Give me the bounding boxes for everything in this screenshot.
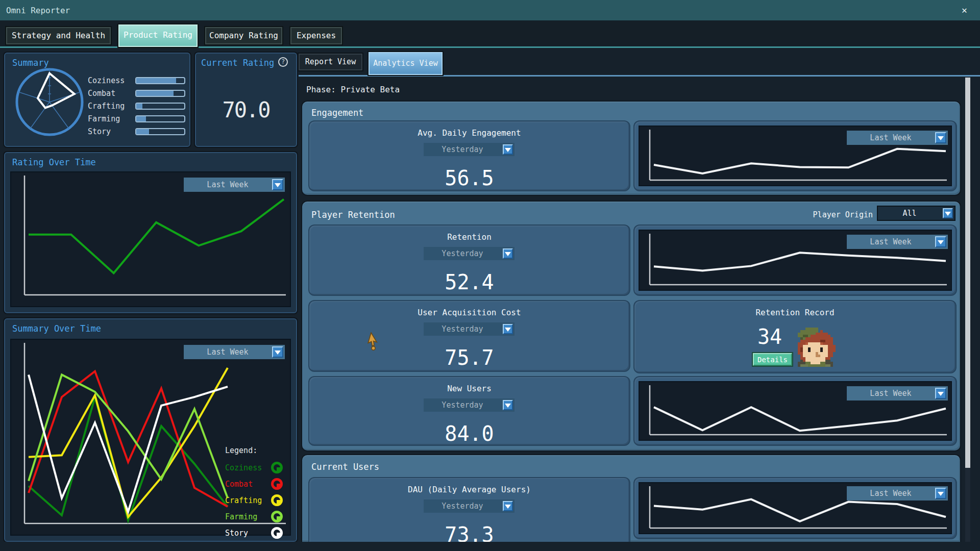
tab-report-view[interactable]: Report View (299, 54, 362, 70)
period-value: Yesterday (424, 143, 501, 156)
period-value: Yesterday (424, 499, 501, 513)
dropdown-arrow-button[interactable] (272, 179, 283, 190)
avg-daily-engagement-card: Avg. Daily Engagement Yesterday 56.5 (309, 121, 629, 190)
summary-metric-label: Crafting (88, 102, 125, 111)
dau-range-dropdown[interactable]: Last Week (847, 486, 948, 500)
player-origin-dropdown[interactable]: All (878, 207, 954, 220)
dropdown-arrow-button[interactable] (935, 488, 946, 499)
dropdown-arrow-button[interactable] (503, 144, 513, 155)
player-origin-value: All (878, 207, 941, 220)
summary-metric-bar (135, 103, 185, 110)
engagement-period-dropdown[interactable]: Yesterday (424, 143, 514, 156)
engagement-title: Engagement (311, 108, 363, 118)
dropdown-arrow-button[interactable] (503, 400, 513, 410)
metric-value: 56.5 (309, 166, 629, 190)
metric-title: Retention (309, 232, 629, 242)
new-users-period-dropdown[interactable]: Yesterday (424, 398, 514, 412)
metric-value: 75.7 (309, 346, 629, 369)
tab-analytics-view[interactable]: Analytics View (369, 52, 443, 75)
retention-range-dropdown[interactable]: Last Week (847, 235, 948, 249)
help-icon[interactable]: ? (278, 57, 288, 67)
summary-range-dropdown[interactable]: Last Week (184, 345, 285, 359)
retention-chart-card: Last Week (634, 226, 956, 295)
series-line-crafting (29, 368, 228, 517)
summary-metric-bar (135, 115, 185, 122)
new-users-chart-card: Last Week (634, 377, 956, 445)
summary-metric-bar (135, 90, 185, 97)
engagement-range-dropdown[interactable]: Last Week (847, 131, 948, 145)
period-value: Yesterday (424, 247, 501, 260)
new-users-range-dropdown[interactable]: Last Week (847, 386, 948, 400)
metric-value: 84.0 (309, 422, 629, 445)
dropdown-arrow-button[interactable] (503, 501, 513, 511)
dropdown-arrow-button[interactable] (935, 236, 946, 247)
dau-chart-card: Last Week (634, 478, 956, 538)
range-value: Last Week (847, 386, 935, 400)
series-line-story (29, 374, 228, 512)
legend-ring-icon (271, 478, 283, 490)
player-origin-label: Player Origin (796, 210, 873, 219)
rating-over-time-panel: Rating Over Time Last Week (4, 152, 297, 313)
dropdown-arrow-button[interactable] (503, 248, 513, 259)
metric-title: New Users (309, 384, 629, 393)
rating-range-value: Last Week (184, 178, 272, 192)
summary-range-value: Last Week (184, 345, 272, 359)
rating-range-dropdown[interactable]: Last Week (184, 178, 285, 192)
legend-ring-icon (271, 527, 283, 539)
retention-period-dropdown[interactable]: Yesterday (424, 247, 514, 260)
metric-title: User Acquisition Cost (309, 308, 629, 317)
tab-strategy-and-health[interactable]: Strategy and Health (6, 27, 111, 44)
retention-card: Retention Yesterday 52.4 (309, 226, 629, 295)
dropdown-arrow-button[interactable] (272, 346, 283, 358)
details-button[interactable]: Details (753, 353, 792, 366)
uac-period-dropdown[interactable]: Yesterday (424, 322, 514, 336)
player-retention-title: Player Retention (311, 210, 395, 220)
series-line-new-users (654, 407, 946, 431)
series-line-farming (29, 374, 228, 498)
tab-company-rating[interactable]: Company Rating (205, 27, 282, 44)
dropdown-arrow-button[interactable] (935, 132, 946, 143)
engagement-chart-card: Last Week (634, 121, 956, 190)
summary-metric-bar (135, 128, 185, 135)
summary-metric-label: Combat (88, 89, 115, 98)
current-users-title: Current Users (311, 462, 379, 472)
mouse-cursor (368, 332, 388, 354)
range-value: Last Week (847, 235, 935, 249)
current-rating-panel: Current Rating ? 70.0 (195, 53, 297, 147)
legend-title: Legend: (225, 446, 257, 455)
summary-over-time-panel: Summary Over Time Last Week Legend: Cozi… (4, 318, 297, 542)
tab-product-rating[interactable]: Product Rating (118, 24, 198, 47)
legend-label-combat: Combat (225, 480, 253, 489)
dau-card: DAU (Daily Average Users) Yesterday 73.3 (309, 478, 629, 542)
dropdown-arrow-button[interactable] (503, 324, 513, 334)
summary-over-time-title: Summary Over Time (12, 323, 101, 334)
summary-metric-label: Farming (88, 114, 120, 123)
legend-ring-icon (271, 462, 283, 473)
legend-label-coziness: Coziness (225, 463, 262, 472)
close-icon[interactable]: ✕ (962, 5, 967, 15)
user-acquisition-cost-card: User Acquisition Cost Yesterday 75.7 (309, 301, 629, 371)
scrollbar-thumb[interactable] (965, 78, 970, 468)
summary-metric-label: Coziness (88, 76, 125, 85)
metric-value: 52.4 (309, 270, 629, 294)
tab-expenses[interactable]: Expenses (290, 27, 342, 44)
omni-reporter-window: Omni Reporter ✕ Strategy and Health Prod… (0, 0, 980, 551)
player-avatar (798, 328, 838, 367)
legend-label-farming: Farming (225, 512, 257, 521)
window-bottom-edge (0, 542, 980, 551)
range-value: Last Week (847, 131, 935, 145)
legend-ring-icon (271, 494, 283, 506)
record-title: Retention Record (634, 308, 955, 317)
metric-title: Avg. Daily Engagement (309, 128, 629, 138)
summary-metric-bar (135, 77, 185, 84)
series-line-retention (654, 253, 946, 270)
phase-label: Phase: Private Beta (306, 85, 400, 94)
view-tab-underline (299, 75, 980, 77)
dropdown-arrow-button[interactable] (935, 388, 946, 399)
retention-record-card: Retention Record 34 Details (634, 301, 955, 372)
dau-period-dropdown[interactable]: Yesterday (424, 499, 514, 513)
dropdown-arrow-button[interactable] (943, 208, 953, 218)
window-title: Omni Reporter (6, 6, 70, 15)
legend-ring-icon (271, 511, 283, 522)
engagement-section: Engagement Avg. Daily Engagement Yesterd… (302, 102, 960, 195)
